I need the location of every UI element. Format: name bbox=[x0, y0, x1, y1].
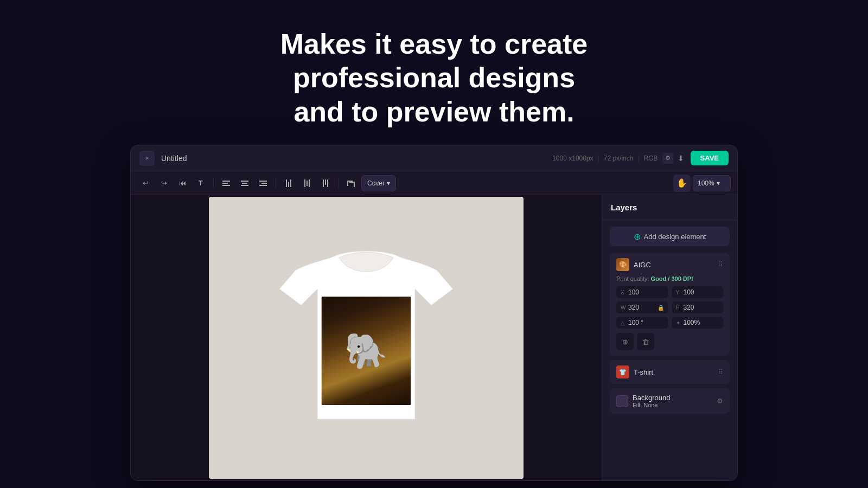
layer-actions: ⊕ 🗑 bbox=[616, 333, 723, 350]
aigc-layer-name: AIGC bbox=[634, 261, 714, 269]
svg-rect-21 bbox=[354, 182, 355, 187]
svg-rect-4 bbox=[242, 183, 247, 184]
print-quality-label: Print quality: Good / 300 DPI bbox=[616, 275, 723, 282]
hero-title-line2: and to preview them. bbox=[293, 96, 574, 127]
dpi-label: 72 px/inch bbox=[604, 155, 634, 162]
wh-row: W 320 🔒 H 320 bbox=[616, 301, 723, 313]
w-field[interactable]: W 320 🔒 bbox=[616, 301, 668, 313]
aigc-drag-handle[interactable]: ⠿ bbox=[718, 261, 723, 268]
tshirt-layer-name: T-shirt bbox=[634, 368, 714, 376]
background-icon bbox=[616, 395, 628, 407]
svg-rect-3 bbox=[241, 181, 248, 182]
align-right-button[interactable] bbox=[255, 175, 271, 191]
valign-bottom-button[interactable] bbox=[317, 175, 334, 191]
svg-rect-5 bbox=[241, 185, 248, 186]
svg-rect-15 bbox=[323, 179, 324, 187]
align-left-button[interactable] bbox=[218, 175, 234, 191]
toolbar-separator-1 bbox=[213, 178, 214, 189]
xy-row: X 100 Y 100 bbox=[616, 286, 723, 298]
main-content: 🐘 Layers ⊕ Add design element 🎨 AIGC ⠿ bbox=[131, 195, 737, 480]
svg-rect-9 bbox=[286, 179, 287, 187]
svg-rect-17 bbox=[327, 179, 328, 187]
text-tool-button[interactable]: T bbox=[193, 175, 209, 191]
close-button[interactable]: × bbox=[139, 151, 155, 166]
title-bar: × Untitled 1000 x1000px | 72 px/inch | R… bbox=[131, 145, 737, 171]
opacity-value: 100% bbox=[684, 319, 719, 326]
hero-title: Makes it easy to create professional des… bbox=[108, 0, 760, 145]
svg-rect-8 bbox=[259, 185, 267, 186]
svg-rect-1 bbox=[222, 183, 228, 184]
undo-button[interactable]: ↩ bbox=[137, 175, 154, 191]
svg-rect-0 bbox=[222, 181, 230, 182]
document-info: 1000 x1000px | 72 px/inch | RGB ⚙ ⬇ bbox=[552, 153, 684, 164]
valign-top-button[interactable] bbox=[280, 175, 297, 191]
save-button[interactable]: SAVE bbox=[691, 151, 729, 165]
tshirt-drag-handle[interactable]: ⠿ bbox=[718, 368, 723, 376]
toolbar-separator-3 bbox=[338, 178, 339, 189]
svg-rect-6 bbox=[259, 181, 267, 182]
redo-button[interactable]: ↪ bbox=[156, 175, 172, 191]
color-mode-label: RGB bbox=[644, 155, 658, 162]
add-design-element-button[interactable]: ⊕ Add design element bbox=[610, 227, 730, 246]
angle-field[interactable]: △ 100 ° bbox=[616, 317, 668, 329]
h-value: 320 bbox=[684, 304, 719, 311]
layers-panel-header: Layers bbox=[602, 195, 737, 220]
svg-rect-10 bbox=[288, 182, 289, 187]
y-value: 100 bbox=[684, 288, 719, 296]
svg-rect-7 bbox=[261, 183, 267, 184]
right-panel: Layers ⊕ Add design element 🎨 AIGC ⠿ Pri… bbox=[602, 195, 737, 480]
svg-rect-12 bbox=[304, 179, 305, 187]
document-title: Untitled bbox=[161, 154, 187, 163]
delete-button[interactable]: 🗑 bbox=[637, 333, 654, 350]
toolbar-separator-2 bbox=[276, 178, 276, 189]
duplicate-button[interactable]: ⊕ bbox=[616, 333, 634, 350]
design-overlay: 🐘 bbox=[322, 297, 411, 405]
cover-selector[interactable]: Cover ▾ bbox=[361, 175, 396, 191]
valign-middle-button[interactable] bbox=[299, 175, 315, 191]
app-window: × Untitled 1000 x1000px | 72 px/inch | R… bbox=[130, 145, 738, 481]
y-field[interactable]: Y 100 bbox=[672, 286, 724, 298]
hand-tool-button[interactable]: ✋ bbox=[673, 175, 691, 192]
tshirt-layer-icon: 👕 bbox=[616, 365, 629, 378]
settings-icon[interactable]: ⚙ bbox=[662, 153, 673, 164]
tshirt-layer: 👕 T-shirt ⠿ bbox=[610, 360, 730, 384]
background-settings-button[interactable]: ⚙ bbox=[717, 397, 723, 405]
background-fill-label: Fill: None bbox=[633, 402, 712, 408]
crop-button[interactable] bbox=[343, 175, 359, 191]
hero-title-line1: Makes it easy to create professional des… bbox=[280, 28, 588, 93]
angle-opacity-row: △ 100 ° ✦ 100% bbox=[616, 317, 723, 329]
background-layer: Background Fill: None ⚙ bbox=[610, 388, 730, 414]
svg-rect-14 bbox=[309, 179, 310, 187]
tshirt-wrapper: 🐘 bbox=[231, 208, 502, 468]
tshirt-canvas: 🐘 bbox=[209, 197, 524, 479]
aigc-layer-icon: 🎨 bbox=[616, 258, 629, 271]
download-icon[interactable]: ⬇ bbox=[678, 154, 684, 163]
skip-start-button[interactable]: ⏮ bbox=[174, 175, 190, 191]
lock-icon[interactable]: 🔒 bbox=[658, 305, 664, 311]
svg-rect-19 bbox=[347, 181, 348, 186]
zoom-selector[interactable]: 100% ▾ bbox=[693, 175, 731, 191]
svg-rect-11 bbox=[290, 179, 291, 187]
dimensions-label: 1000 x1000px bbox=[552, 155, 593, 162]
align-center-button[interactable] bbox=[237, 175, 253, 191]
aigc-layer: 🎨 AIGC ⠿ Print quality: Good / 300 DPI X… bbox=[610, 253, 730, 356]
svg-rect-2 bbox=[222, 185, 230, 186]
angle-value: 100 ° bbox=[628, 319, 664, 326]
h-field[interactable]: H 320 bbox=[672, 301, 724, 313]
x-value: 100 bbox=[628, 288, 664, 296]
w-value: 320 bbox=[628, 304, 655, 311]
x-field[interactable]: X 100 bbox=[616, 286, 668, 298]
toolbar: ↩ ↪ ⏮ T Cover ▾ ✋ bbox=[131, 171, 737, 195]
background-fill-value: None bbox=[643, 402, 658, 408]
canvas-area[interactable]: 🐘 bbox=[131, 195, 602, 480]
opacity-field[interactable]: ✦ 100% bbox=[672, 317, 724, 329]
svg-rect-13 bbox=[307, 181, 308, 186]
background-layer-name: Background bbox=[633, 394, 712, 402]
svg-rect-16 bbox=[325, 179, 326, 185]
